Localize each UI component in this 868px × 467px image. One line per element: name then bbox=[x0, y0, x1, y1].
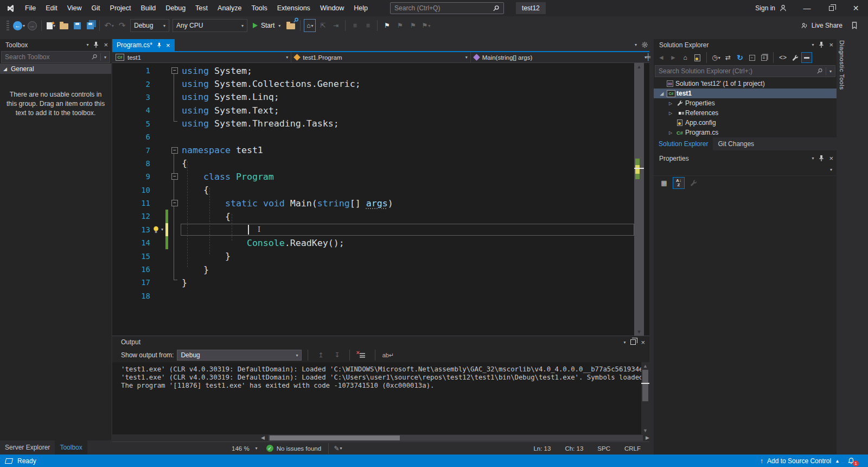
tree-expander-icon[interactable]: ▷ bbox=[667, 101, 674, 106]
se-home-icon[interactable]: ⌂ bbox=[680, 52, 691, 63]
spaces-indicator[interactable]: SPC bbox=[597, 445, 610, 452]
code-line-14[interactable]: 14 Console.ReadKey(); bbox=[112, 236, 649, 249]
properties-categorized-icon[interactable]: ▦ bbox=[658, 177, 670, 189]
se-view-code-icon[interactable]: <> bbox=[777, 52, 788, 63]
solution-platform-dropdown[interactable]: Any CPU▾ bbox=[173, 19, 247, 32]
toolbox-search-chevron-icon[interactable]: ▾ bbox=[104, 55, 106, 60]
tree-item-solution-test12-1-of-1-project[interactable]: ∞Solution 'test12' (1 of 1 project) bbox=[654, 79, 837, 89]
code-line-17[interactable]: 17} bbox=[112, 276, 649, 289]
tab-toolbox[interactable]: Toolbox bbox=[55, 440, 87, 455]
fold-collapse-icon[interactable]: − bbox=[171, 173, 178, 180]
toggle-word-wrap-button[interactable]: ab↵ bbox=[382, 349, 394, 362]
previous-bookmark-button[interactable]: ⚑ bbox=[394, 19, 406, 32]
undo-button[interactable]: ↶▾ bbox=[103, 19, 115, 32]
code-line-9[interactable]: 9− class Program bbox=[112, 170, 649, 183]
nav-project-dropdown[interactable]: C# test1 ▾ bbox=[112, 52, 291, 62]
code-line-8[interactable]: 8{ bbox=[112, 157, 649, 170]
tab-solution-explorer[interactable]: Solution Explorer bbox=[654, 137, 713, 150]
nav-type-dropdown[interactable]: test1.Program ▾ bbox=[291, 52, 470, 62]
code-line-16[interactable]: 16 } bbox=[112, 263, 649, 276]
code-line-13[interactable]: 13▾I bbox=[112, 223, 649, 236]
search-input[interactable]: Search (Ctrl+Q) bbox=[390, 2, 504, 14]
solution-explorer-close-icon[interactable]: × bbox=[829, 41, 833, 49]
se-show-all-files-toggle[interactable] bbox=[801, 52, 812, 63]
code-line-4[interactable]: 4using System.Text; bbox=[112, 104, 649, 117]
solution-configuration-dropdown[interactable]: Debug▾ bbox=[130, 19, 169, 32]
line-indicator[interactable]: Ln: 13 bbox=[533, 445, 551, 452]
code-line-3[interactable]: 3using System.Linq; bbox=[112, 91, 649, 104]
menu-item-view[interactable]: View bbox=[62, 0, 87, 16]
toolbox-close-icon[interactable]: × bbox=[104, 41, 108, 49]
solution-explorer-search-input[interactable]: Search Solution Explorer (Ctrl+;) ▾ bbox=[655, 65, 835, 77]
editor-options-gear-icon[interactable] bbox=[641, 41, 648, 48]
se-pending-changes-filter-icon[interactable]: ◷▾ bbox=[711, 52, 722, 63]
find-in-files-button[interactable] bbox=[285, 19, 297, 32]
zoom-level-dropdown[interactable]: 146 % ▾ bbox=[227, 445, 262, 452]
open-file-button[interactable] bbox=[58, 19, 70, 32]
fold-collapse-icon[interactable]: − bbox=[171, 147, 178, 154]
output-source-dropdown[interactable]: Debug ▾ bbox=[177, 350, 302, 361]
menu-item-build[interactable]: Build bbox=[136, 0, 161, 16]
start-debug-button[interactable]: Start ▾ bbox=[249, 19, 284, 32]
editor-vertical-scrollbar[interactable]: ▲ ▼ bbox=[634, 63, 644, 336]
menu-item-window[interactable]: Window bbox=[315, 0, 349, 16]
save-button[interactable] bbox=[71, 19, 83, 32]
toolbar-grip[interactable] bbox=[7, 21, 9, 30]
tab-close-icon[interactable]: × bbox=[166, 41, 170, 49]
se-collapse-all-icon[interactable]: − bbox=[746, 52, 757, 63]
menu-item-analyze[interactable]: Analyze bbox=[213, 0, 246, 16]
clear-bookmarks-button[interactable]: ⚑▾ bbox=[420, 19, 432, 32]
editor-horizontal-scrollbar[interactable]: ◀ ▶ bbox=[112, 434, 649, 441]
minimize-button[interactable]: — bbox=[795, 0, 819, 16]
nav-member-dropdown[interactable]: Main(string[] args) ▾ bbox=[471, 52, 649, 62]
decrease-indent-button[interactable]: ≡ bbox=[349, 19, 361, 32]
se-properties-wrench-icon[interactable] bbox=[789, 52, 800, 63]
toolbox-pin-icon[interactable] bbox=[93, 41, 99, 48]
output-maximize-icon[interactable] bbox=[630, 339, 636, 345]
line-ending-indicator[interactable]: CRLF bbox=[624, 445, 641, 452]
hscroll-thumb[interactable] bbox=[270, 436, 400, 440]
column-indicator[interactable]: Ch: 13 bbox=[565, 445, 583, 452]
navigate-back-button[interactable]: ←▾ bbox=[13, 19, 25, 32]
tree-item-app-config[interactable]: App.config bbox=[654, 118, 837, 128]
new-project-button[interactable]: ✦▾ bbox=[45, 19, 57, 32]
tree-expander-icon[interactable]: ▷ bbox=[667, 130, 674, 135]
document-list-chevron-icon[interactable]: ▾ bbox=[635, 42, 637, 47]
menu-item-git[interactable]: Git bbox=[87, 0, 105, 16]
notifications-button[interactable]: 1 bbox=[847, 457, 855, 465]
properties-close-icon[interactable]: × bbox=[829, 154, 833, 162]
tree-item-test1[interactable]: ◢C#test1 bbox=[654, 89, 837, 98]
tree-item-references[interactable]: ▷References bbox=[654, 108, 837, 118]
menu-item-help[interactable]: Help bbox=[349, 0, 373, 16]
se-preview-icon[interactable]: ≡ bbox=[758, 52, 769, 63]
tree-item-program-cs[interactable]: ▷C#Program.cs bbox=[654, 128, 837, 137]
properties-menu-chevron-icon[interactable]: ▾ bbox=[812, 156, 814, 161]
se-refresh-icon[interactable]: ↻ bbox=[735, 52, 745, 63]
code-line-10[interactable]: 10 { bbox=[112, 184, 649, 197]
output-vertical-scrollbar[interactable]: ▲ ▼ bbox=[641, 362, 649, 434]
menu-item-tools[interactable]: Tools bbox=[247, 0, 272, 16]
properties-pages-wrench-icon[interactable] bbox=[687, 177, 699, 189]
properties-pin-icon[interactable] bbox=[819, 155, 824, 162]
navigate-cursor-button[interactable]: ⇱ bbox=[317, 19, 329, 32]
output-close-icon[interactable]: × bbox=[641, 338, 645, 346]
tree-expander-icon[interactable]: ◢ bbox=[658, 91, 666, 96]
tree-expander-icon[interactable]: ▷ bbox=[667, 111, 674, 116]
sign-in-button[interactable]: Sign in bbox=[748, 4, 795, 12]
close-button[interactable]: ✕ bbox=[844, 0, 868, 16]
tab-diagnostic-tools[interactable]: Diagnostic Tools bbox=[839, 40, 845, 90]
document-health-indicator[interactable]: ✓ No issues found bbox=[262, 445, 326, 452]
code-line-2[interactable]: 2using System.Collections.Generic; bbox=[112, 77, 649, 90]
code-cleanup-button[interactable]: ✎▾ bbox=[332, 442, 344, 455]
code-line-5[interactable]: 5using System.Threading.Tasks; bbox=[112, 117, 649, 130]
tab-pin-icon[interactable] bbox=[157, 42, 162, 48]
code-line-12[interactable]: 12 { bbox=[112, 210, 649, 223]
save-all-button[interactable] bbox=[84, 19, 96, 32]
properties-alphabetical-icon[interactable]: A↓Z bbox=[673, 177, 685, 189]
next-bookmark-button[interactable]: ⚑ bbox=[407, 19, 419, 32]
output-log[interactable]: ▲ ▼ 'test1.exe' (CLR v4.0.30319: Default… bbox=[112, 362, 649, 434]
solution-explorer-menu-chevron-icon[interactable]: ▾ bbox=[812, 42, 814, 47]
split-window-icon[interactable]: ╪ bbox=[646, 53, 650, 61]
menu-item-extensions[interactable]: Extensions bbox=[272, 0, 315, 16]
tree-item-properties[interactable]: ▷Properties bbox=[654, 98, 837, 108]
